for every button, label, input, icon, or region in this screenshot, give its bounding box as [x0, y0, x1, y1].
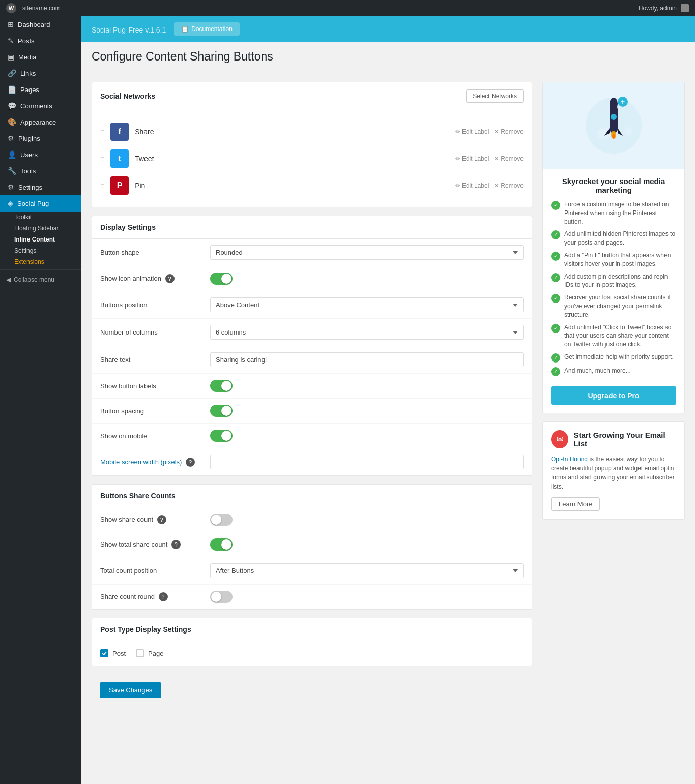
- save-changes-button[interactable]: Save Changes: [100, 682, 161, 698]
- svg-point-7: [611, 114, 617, 120]
- facebook-remove[interactable]: ✕ Remove: [494, 128, 524, 135]
- button-spacing-toggle[interactable]: [210, 405, 233, 417]
- total-share-count-toggle[interactable]: [210, 538, 233, 551]
- drag-handle-twitter[interactable]: ≡: [100, 155, 104, 163]
- users-icon: 👤: [8, 150, 16, 159]
- check-icon-7: ✓: [551, 353, 560, 363]
- check-icon-5: ✓: [551, 294, 560, 303]
- page-title: Configure Content Sharing Buttons: [81, 42, 695, 64]
- sidebar-item-dashboard[interactable]: ⊞ Dashboard: [0, 16, 81, 33]
- sidebar-item-links[interactable]: 🔗 Links: [0, 65, 81, 81]
- mobile-width-input[interactable]: [210, 455, 524, 469]
- check-icon-2: ✓: [551, 230, 560, 239]
- post-checkbox[interactable]: [100, 649, 108, 657]
- button-spacing-slider: [210, 405, 233, 417]
- sidebar-sub-inline-content[interactable]: Inline Content: [0, 234, 81, 245]
- show-share-count-slider: [210, 514, 233, 526]
- page-label: Page: [148, 650, 163, 657]
- rocket-illustration: +: [583, 93, 644, 159]
- share-counts-card: Buttons Share Counts Show share count ?: [92, 484, 532, 610]
- twitter-edit-label[interactable]: ✏ Edit Label: [455, 155, 489, 162]
- email-icon: ✉: [551, 430, 568, 448]
- appearance-icon: 🎨: [8, 118, 16, 126]
- social-pug-icon: ◈: [8, 199, 13, 207]
- facebook-edit-label[interactable]: ✏ Edit Label: [455, 128, 489, 135]
- drag-handle-pinterest[interactable]: ≡: [100, 182, 104, 190]
- upgrade-to-pro-button[interactable]: Upgrade to Pro: [551, 386, 676, 405]
- mobile-width-help-icon[interactable]: ?: [186, 458, 195, 467]
- share-count-round-help-icon[interactable]: ?: [159, 592, 168, 601]
- total-count-position-select[interactable]: Before Buttons After Buttons: [210, 563, 524, 578]
- select-networks-button[interactable]: Select Networks: [466, 89, 524, 103]
- total-share-count-label: Show total share count ?: [100, 540, 202, 549]
- sidebar-sub-settings[interactable]: Settings: [0, 245, 81, 256]
- sidebar-item-appearance[interactable]: 🎨 Appearance: [0, 114, 81, 130]
- facebook-actions: ✏ Edit Label ✕ Remove: [455, 128, 524, 135]
- button-shape-select[interactable]: Rounded Square Circle: [210, 245, 524, 260]
- sidebar-item-users[interactable]: 👤 Users: [0, 146, 81, 163]
- form-row-show-mobile: Show on mobile: [92, 424, 532, 448]
- page-checkbox[interactable]: [136, 649, 144, 657]
- pro-feature-text-6: Add unlimited "Click to Tweet" boxes so …: [564, 323, 676, 349]
- sidebar-item-social-pug[interactable]: ◈ Social Pug: [0, 195, 81, 212]
- show-share-count-help-icon[interactable]: ?: [157, 515, 166, 524]
- learn-more-button[interactable]: Learn More: [551, 497, 600, 511]
- form-row-share-text: Share text: [92, 346, 532, 374]
- plugin-title: Social Pug Free v.1.6.1: [92, 23, 166, 35]
- num-columns-select[interactable]: 1 column 2 columns 3 columns 4 columns 5…: [210, 325, 524, 340]
- check-icon-6: ✓: [551, 324, 560, 333]
- show-mobile-control: [210, 430, 524, 442]
- sidebar-sub-settings-label: Settings: [14, 247, 36, 254]
- sidebar-item-settings[interactable]: ⚙ Settings: [0, 179, 81, 195]
- sidebar-label-posts: Posts: [18, 37, 35, 45]
- avatar: [681, 4, 689, 12]
- sidebar-sub-extensions[interactable]: Extensions: [0, 256, 81, 267]
- pinterest-remove[interactable]: ✕ Remove: [494, 182, 524, 189]
- social-networks-header: Social Networks Select Networks: [92, 82, 532, 110]
- site-name[interactable]: sitename.com: [22, 5, 61, 12]
- pro-feature-6: ✓ Add unlimited "Click to Tweet" boxes s…: [551, 323, 676, 349]
- sidebar-item-media[interactable]: ▣ Media: [0, 49, 81, 65]
- drag-handle-facebook[interactable]: ≡: [100, 128, 104, 136]
- total-share-count-help-icon[interactable]: ?: [171, 540, 181, 549]
- sidebar-sub-toolkit-label: Toolkit: [14, 214, 32, 221]
- share-count-round-label: Share count round ?: [100, 592, 202, 601]
- opt-in-hound-link[interactable]: Opt-In Hound: [551, 456, 588, 463]
- main-wrap: Social Pug Free v.1.6.1 📋 Documentation …: [81, 16, 695, 784]
- pro-feature-1: ✓ Force a custom image to be shared on P…: [551, 200, 676, 226]
- sidebar-item-posts[interactable]: ✎ Posts: [0, 33, 81, 49]
- svg-text:+: +: [621, 98, 625, 106]
- sidebar-item-pages[interactable]: 📄 Pages: [0, 81, 81, 98]
- comments-icon: 💬: [8, 102, 16, 110]
- share-count-round-toggle[interactable]: [210, 591, 233, 603]
- icon-animation-label: Show icon animation ?: [100, 274, 202, 283]
- sidebar-sub-floating-sidebar[interactable]: Floating Sidebar: [0, 223, 81, 234]
- doc-icon: 📋: [181, 25, 189, 33]
- links-icon: 🔗: [8, 69, 16, 77]
- pro-feature-text-4: Add custom pin descriptions and repin ID…: [564, 273, 676, 290]
- media-icon: ▣: [8, 53, 14, 61]
- documentation-button[interactable]: 📋 Documentation: [174, 22, 240, 36]
- dashboard-icon: ⊞: [8, 20, 14, 28]
- share-text-input[interactable]: [210, 352, 524, 367]
- form-row-icon-animation: Show icon animation ?: [92, 266, 532, 291]
- pro-feature-5: ✓ Recover your lost social share counts …: [551, 293, 676, 319]
- sidebar-item-comments[interactable]: 💬 Comments: [0, 98, 81, 114]
- icon-animation-toggle[interactable]: [210, 273, 233, 285]
- sidebar-item-tools[interactable]: 🔧 Tools: [0, 163, 81, 179]
- twitter-remove[interactable]: ✕ Remove: [494, 155, 524, 162]
- tools-icon: 🔧: [8, 167, 16, 175]
- button-labels-toggle[interactable]: [210, 380, 233, 392]
- show-mobile-toggle[interactable]: [210, 430, 233, 442]
- sidebar-collapse[interactable]: ◀ Collapse menu: [0, 272, 81, 287]
- check-icon-3: ✓: [551, 252, 560, 261]
- howdy-text: Howdy, admin: [639, 5, 677, 12]
- buttons-position-select[interactable]: Above Content Below Content Both: [210, 297, 524, 312]
- button-shape-control: Rounded Square Circle: [210, 245, 524, 260]
- sidebar-item-plugins[interactable]: ⚙ Plugins: [0, 130, 81, 146]
- sidebar-sub-toolkit[interactable]: Toolkit: [0, 212, 81, 223]
- pro-feature-text-2: Add unlimited hidden Pinterest images to…: [564, 230, 676, 247]
- pinterest-edit-label[interactable]: ✏ Edit Label: [455, 182, 489, 189]
- show-share-count-toggle[interactable]: [210, 514, 233, 526]
- icon-animation-help-icon[interactable]: ?: [165, 274, 175, 283]
